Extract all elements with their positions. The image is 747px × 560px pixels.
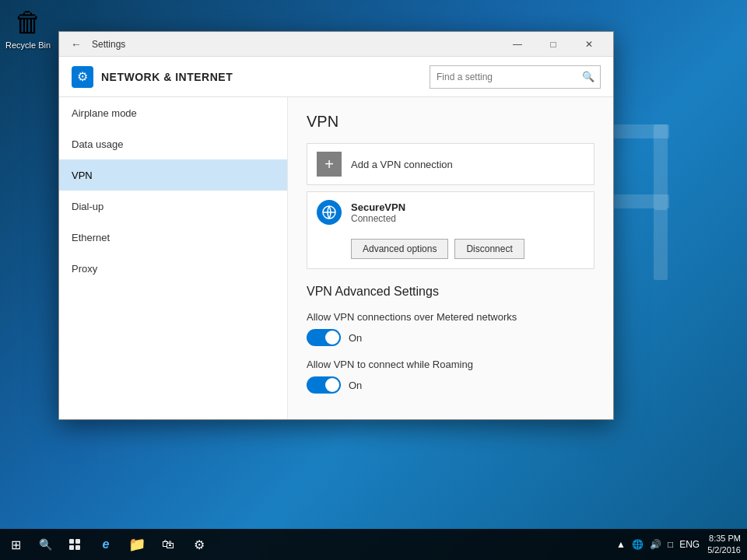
- taskbar: ⊞ 🔍 e 📁 🛍 ⚙ ▲ 🌐 🔊 □ ENG 8:35 PM 5/2/2016: [0, 529, 747, 560]
- title-bar: ← Settings — □ ✕: [59, 32, 613, 57]
- svg-rect-7: [69, 539, 74, 544]
- metered-toggle-row: On: [307, 329, 594, 346]
- disconnect-button[interactable]: Disconnect: [454, 239, 524, 259]
- settings-taskbar-button[interactable]: ⚙: [184, 529, 215, 560]
- add-icon: +: [317, 152, 342, 177]
- vpn-entry-header: SecureVPN Connected: [307, 192, 594, 233]
- sidebar-item-vpn[interactable]: VPN: [59, 159, 287, 191]
- recycle-bin-label: Recycle Bin: [5, 40, 51, 50]
- vpn-entry: SecureVPN Connected Advanced options Dis…: [307, 191, 594, 269]
- vpn-status: Connected: [351, 213, 584, 224]
- sidebar-item-proxy[interactable]: Proxy: [59, 253, 287, 284]
- search-box: 🔍: [430, 65, 601, 89]
- advanced-settings-title: VPN Advanced Settings: [307, 285, 594, 299]
- search-input[interactable]: [430, 66, 577, 88]
- clock-time: 8:35 PM: [707, 533, 741, 544]
- explorer-button[interactable]: 📁: [121, 529, 153, 560]
- metered-networks-setting: Allow VPN connections over Metered netwo…: [307, 311, 594, 346]
- vpn-section-title: VPN: [307, 113, 594, 131]
- roaming-toggle-row: On: [307, 376, 594, 394]
- system-tray: ▲ 🌐 🔊 □ ENG: [608, 537, 707, 551]
- window-controls: — □ ✕: [500, 32, 607, 57]
- vpn-info: SecureVPN Connected: [351, 201, 584, 224]
- search-button[interactable]: 🔍: [577, 66, 600, 88]
- advanced-options-button[interactable]: Advanced options: [351, 239, 448, 259]
- content-area: VPN + Add a VPN connection: [288, 97, 613, 419]
- svg-rect-4: [654, 208, 668, 280]
- sidebar-item-airplane[interactable]: Airplane mode: [59, 97, 287, 128]
- clock-date: 5/2/2016: [707, 544, 741, 556]
- back-button[interactable]: ←: [65, 33, 87, 55]
- metered-networks-toggle[interactable]: [307, 329, 341, 346]
- vpn-name: SecureVPN: [351, 201, 584, 213]
- settings-header: ⚙ NETWORK & INTERNET 🔍: [59, 57, 613, 97]
- store-button[interactable]: 🛍: [153, 529, 184, 560]
- sidebar-item-data-usage[interactable]: Data usage: [59, 128, 287, 159]
- maximize-button[interactable]: □: [535, 32, 571, 57]
- settings-body: Airplane mode Data usage VPN Dial-up Eth…: [59, 97, 613, 419]
- vpn-logo-icon: [321, 205, 337, 220]
- svg-rect-10: [75, 545, 80, 550]
- metered-networks-state: On: [349, 332, 362, 344]
- taskbar-search-button[interactable]: 🔍: [31, 529, 59, 560]
- taskbar-clock[interactable]: 8:35 PM 5/2/2016: [707, 533, 747, 557]
- roaming-label: Allow VPN to connect while Roaming: [307, 359, 594, 370]
- roaming-toggle[interactable]: [307, 376, 341, 394]
- add-vpn-button[interactable]: + Add a VPN connection: [307, 143, 594, 185]
- tray-language[interactable]: ENG: [678, 537, 701, 551]
- tray-network-icon[interactable]: 🌐: [630, 537, 645, 551]
- add-vpn-label: Add a VPN connection: [351, 159, 453, 170]
- roaming-state: On: [349, 380, 362, 391]
- task-view-button[interactable]: [59, 529, 90, 560]
- tray-volume-icon[interactable]: 🔊: [648, 537, 663, 551]
- svg-rect-8: [75, 539, 80, 544]
- settings-window: ← Settings — □ ✕ ⚙ NETWORK & INTERNET: [58, 31, 614, 420]
- edge-button[interactable]: e: [90, 529, 121, 560]
- start-button[interactable]: ⊞: [0, 529, 31, 560]
- task-view-icon: [68, 538, 81, 551]
- minimize-button[interactable]: —: [500, 32, 535, 57]
- close-button[interactable]: ✕: [571, 32, 607, 57]
- tray-chevron-icon[interactable]: ▲: [615, 537, 627, 551]
- desktop: 🗑 Recycle Bin ← Settings — □ ✕: [0, 0, 747, 560]
- recycle-bin-icon[interactable]: 🗑 Recycle Bin: [2, 3, 54, 53]
- tray-action-center-icon[interactable]: □: [666, 537, 675, 551]
- metered-networks-label: Allow VPN connections over Metered netwo…: [307, 311, 594, 323]
- sidebar-item-ethernet[interactable]: Ethernet: [59, 222, 287, 253]
- network-icon: ⚙: [72, 66, 93, 88]
- settings-section-title: NETWORK & INTERNET: [101, 71, 430, 83]
- svg-rect-9: [69, 545, 74, 550]
- recycle-bin-graphic: 🗑: [5, 6, 51, 39]
- vpn-actions: Advanced options Disconnect: [307, 233, 594, 268]
- svg-rect-3: [654, 124, 668, 210]
- vpn-logo: [317, 200, 342, 225]
- sidebar-item-dialup[interactable]: Dial-up: [59, 191, 287, 222]
- roaming-setting: Allow VPN to connect while Roaming On: [307, 359, 594, 394]
- window-title: Settings: [92, 39, 500, 50]
- sidebar: Airplane mode Data usage VPN Dial-up Eth…: [59, 97, 288, 419]
